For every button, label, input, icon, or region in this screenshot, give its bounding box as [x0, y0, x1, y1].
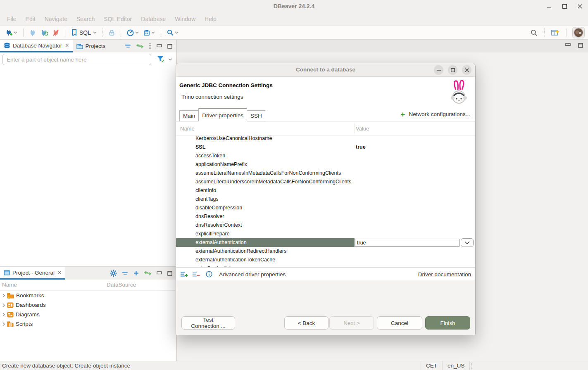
new-connection-button[interactable] — [4, 28, 18, 37]
maximize-view-icon[interactable] — [167, 271, 172, 276]
scripts-icon — [7, 321, 14, 327]
gear-icon[interactable] — [110, 270, 117, 277]
tree-item-scripts[interactable]: Scripts — [0, 319, 176, 329]
tree-item-dashboards[interactable]: Dashboards — [0, 300, 176, 310]
property-value-dropdown-button[interactable] — [461, 238, 474, 247]
project-tab-icons — [110, 267, 176, 280]
minimize-view-icon[interactable] — [565, 43, 571, 48]
column-name[interactable]: Name — [180, 126, 195, 132]
property-value-input[interactable] — [355, 239, 459, 247]
menu-database[interactable]: Database — [136, 16, 170, 22]
tab-main[interactable]: Main — [179, 110, 198, 121]
dialog-maximize-icon[interactable] — [448, 65, 457, 75]
property-row[interactable]: accessToken — [176, 152, 475, 160]
menu-window[interactable]: Window — [170, 16, 200, 22]
filter-icon[interactable] — [157, 56, 165, 63]
menu-navigate[interactable]: Navigate — [40, 16, 72, 22]
property-row[interactable]: dnsResolver — [176, 212, 475, 221]
maximize-view-icon[interactable] — [578, 43, 583, 48]
menu-edit[interactable]: Edit — [21, 16, 40, 22]
maximize-view-icon[interactable] — [167, 44, 172, 49]
dialog-titlebar[interactable]: Connect to a database — [176, 63, 475, 77]
properties-list[interactable]: KerberosUseCanonicalHostnameSSLtrueacces… — [176, 136, 475, 268]
main-toolbar: SQL — [0, 26, 588, 40]
expand-all-icon[interactable] — [133, 270, 139, 276]
tree-item-bookmarks[interactable]: Bookmarks — [0, 291, 176, 300]
property-row[interactable]: externalAuthenticationTokenCache — [176, 256, 475, 264]
quick-search-button[interactable] — [530, 28, 538, 37]
dashboard-button[interactable] — [126, 28, 140, 37]
chevron-down-icon[interactable] — [168, 58, 172, 61]
close-icon[interactable]: × — [65, 42, 69, 49]
autocommit-button[interactable] — [108, 28, 116, 37]
disconnect-button[interactable] — [52, 28, 60, 37]
view-menu-icon[interactable] — [149, 43, 151, 50]
reconnect-button[interactable] — [40, 28, 49, 37]
minimize-view-icon[interactable] — [157, 271, 162, 275]
tree-item-diagrams[interactable]: Diagrams — [0, 310, 176, 319]
lock-icon — [109, 29, 115, 36]
tab-ssh[interactable]: SSH — [247, 110, 265, 121]
tab-project-general[interactable]: Project - General × — [0, 267, 65, 280]
column-value[interactable]: Value — [356, 126, 369, 132]
expander-chevron-icon[interactable] — [2, 322, 5, 326]
collapse-all-icon[interactable] — [122, 272, 128, 275]
property-row[interactable]: clientInfo — [176, 186, 475, 195]
expander-chevron-icon[interactable] — [2, 303, 5, 307]
test-connection-button[interactable]: Test Connection ... — [181, 316, 235, 330]
property-row[interactable]: applicationNamePrefix — [176, 160, 475, 169]
tab-driver-properties[interactable]: Driver properties — [198, 108, 247, 121]
search-button[interactable] — [166, 28, 179, 37]
property-row[interactable]: externalAuthentication — [176, 238, 475, 247]
minimize-icon[interactable] — [547, 4, 552, 9]
network-configurations-button[interactable]: + Network configurations... — [400, 110, 475, 118]
collapse-all-icon[interactable] — [125, 45, 131, 48]
remove-property-icon[interactable] — [192, 271, 200, 278]
navigator-tree[interactable] — [0, 66, 176, 266]
sql-editor-button[interactable]: SQL — [70, 28, 98, 37]
chevron-down-icon — [135, 31, 139, 34]
property-row[interactable]: SSLtrue — [176, 143, 475, 152]
db-navigator-icon — [4, 43, 10, 49]
link-editor-icon[interactable] — [136, 44, 143, 48]
menu-sql-editor[interactable]: SQL Editor — [99, 16, 136, 22]
tab-projects[interactable]: Projects — [73, 40, 110, 52]
property-row[interactable]: explicitPrepare — [176, 230, 475, 238]
perspective-button[interactable] — [550, 28, 560, 37]
menu-search[interactable]: Search — [72, 16, 99, 22]
close-icon[interactable]: × — [58, 269, 61, 276]
property-row[interactable]: extraCredentials — [176, 264, 475, 268]
back-button[interactable]: < Back — [284, 316, 329, 330]
cancel-button[interactable]: Cancel — [377, 316, 422, 330]
property-row[interactable]: disableCompression — [176, 204, 475, 212]
locale-indicator[interactable]: en_US — [443, 361, 470, 370]
dialog-minimize-icon[interactable] — [434, 65, 443, 75]
maximize-icon[interactable] — [562, 4, 567, 9]
object-filter-input[interactable] — [2, 54, 151, 65]
property-row[interactable]: KerberosUseCanonicalHostname — [176, 136, 475, 143]
column-datasource: DataSource — [107, 282, 136, 288]
property-row[interactable]: clientTags — [176, 195, 475, 204]
finish-button[interactable]: Finish — [425, 316, 470, 330]
connect-button[interactable] — [29, 28, 37, 37]
driver-documentation-link[interactable]: Driver documentation — [418, 271, 471, 278]
link-editor-icon[interactable] — [144, 271, 151, 275]
dialog-close-icon[interactable] — [462, 65, 471, 75]
menu-help[interactable]: Help — [200, 16, 221, 22]
user-avatar-button[interactable] — [572, 27, 585, 38]
property-row[interactable]: externalAuthenticationRedirectHandlers — [176, 247, 475, 256]
close-icon[interactable] — [578, 4, 582, 9]
tab-database-navigator[interactable]: Database Navigator × — [0, 40, 73, 52]
expander-chevron-icon[interactable] — [2, 313, 5, 317]
add-property-icon[interactable] — [180, 271, 188, 278]
menu-file[interactable]: File — [2, 16, 21, 22]
property-row[interactable]: assumeLiteralNamesInMetadataCallsForNonC… — [176, 169, 475, 178]
property-row[interactable]: dnsResolverContext — [176, 221, 475, 230]
left-panel: Database Navigator × Projects — [0, 40, 177, 361]
transaction-mode-button[interactable] — [143, 28, 156, 37]
property-name: KerberosUseCanonicalHostname — [176, 136, 475, 143]
expander-chevron-icon[interactable] — [2, 294, 5, 298]
property-row[interactable]: assumeLiteralUnderscoreInMetadataCallsFo… — [176, 178, 475, 186]
timezone-indicator[interactable]: CET — [421, 361, 443, 370]
minimize-view-icon[interactable] — [157, 44, 162, 48]
